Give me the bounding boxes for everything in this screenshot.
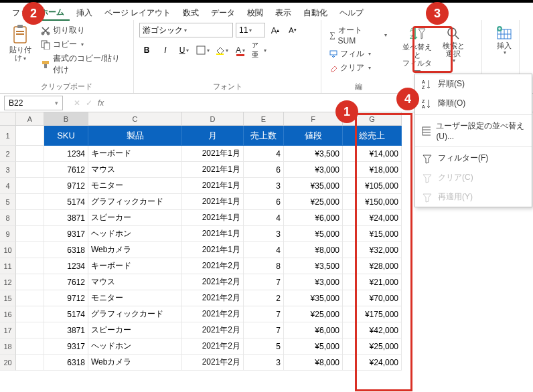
cell-units[interactable]: 8 [244,258,284,274]
enter-formula-icon[interactable]: ✓ [86,98,92,108]
row-18[interactable]: 18 [0,338,16,355]
row-1[interactable]: 1 [0,126,16,146]
cell-sku[interactable]: 5174 [44,306,88,322]
tab-formulas[interactable]: 数式 [177,6,204,20]
menu-sort-desc[interactable]: ZA 降順(O) [415,94,532,113]
row-2[interactable]: 2 [0,146,16,162]
cell-A10[interactable] [16,242,44,258]
cell-sku[interactable]: 5174 [44,194,88,210]
cell-total[interactable]: ¥24,000 [343,210,402,226]
hdr-month[interactable]: 月 [182,126,244,146]
row-3[interactable]: 3 [0,162,16,178]
cell-A3[interactable] [16,162,44,178]
cell-total[interactable]: ¥18,000 [343,162,402,178]
cell-units[interactable]: 4 [244,242,284,258]
cell-price[interactable]: ¥25,000 [284,306,343,322]
cell-price[interactable]: ¥35,000 [284,178,343,194]
cell-price[interactable]: ¥3,500 [284,258,343,274]
tab-automate[interactable]: 自動化 [298,6,333,20]
cell-sku[interactable]: 9712 [44,290,88,306]
menu-sort-asc[interactable]: AZ 昇順(S) [415,74,532,94]
cell-total[interactable]: ¥14,000 [343,146,402,162]
cell-product[interactable]: キーボード [88,258,182,274]
hdr-total[interactable]: 総売上 [343,126,402,146]
row-11[interactable]: 11 [0,258,16,274]
fill-color-button[interactable] [214,43,229,58]
cell-units[interactable]: 7 [244,322,284,338]
menu-filter[interactable]: フィルター(F) [415,149,532,168]
row-20[interactable]: 20 [0,355,16,371]
cell-price[interactable]: ¥8,000 [284,242,343,258]
cell-product[interactable]: モニター [88,178,182,194]
format-painter-button[interactable]: 書式のコピー/貼り付け [38,52,128,76]
italic-button[interactable]: I [158,43,173,58]
cell-A11[interactable] [16,258,44,274]
cell-A17[interactable] [16,322,44,338]
row-4[interactable]: 4 [0,178,16,194]
cell-month[interactable]: 2021年1月 [182,226,244,242]
cell-total[interactable]: ¥70,000 [343,290,402,306]
cell-product[interactable]: マウス [88,274,182,290]
border-button[interactable] [196,43,210,58]
font-color-button[interactable]: A [233,43,248,58]
cell-total[interactable]: ¥42,000 [343,322,402,338]
col-E[interactable]: E [244,112,284,126]
cell-product[interactable]: キーボード [88,146,182,162]
underline-button[interactable]: U [177,43,192,58]
col-B[interactable]: B [44,112,88,126]
phonetic-button[interactable]: ア亜 [252,43,266,58]
cell-total[interactable]: ¥15,000 [343,226,402,242]
cell-price[interactable]: ¥5,000 [284,226,343,242]
decrease-font-button[interactable]: A▾ [285,23,300,37]
cell-month[interactable]: 2021年1月 [182,210,244,226]
row-8[interactable]: 8 [0,210,16,226]
row-12[interactable]: 12 [0,274,16,290]
cell-sku[interactable]: 7612 [44,274,88,290]
cell-month[interactable]: 2021年2月 [182,338,244,355]
cell-month[interactable]: 2021年2月 [182,306,244,322]
cell-month[interactable]: 2021年1月 [182,194,244,210]
cell-units[interactable]: 6 [244,162,284,178]
cell-month[interactable]: 2021年2月 [182,290,244,306]
row-5[interactable]: 5 [0,194,16,210]
cell-product[interactable]: スピーカー [88,210,182,226]
col-A[interactable]: A [16,112,44,126]
cut-button[interactable]: 切り取り [38,24,128,37]
cell-sku[interactable]: 6318 [44,242,88,258]
cell-product[interactable]: Webカメラ [88,355,182,371]
row-10[interactable]: 10 [0,242,16,258]
name-box[interactable]: B22▾ [4,96,63,110]
cell-price[interactable]: ¥3,500 [284,146,343,162]
menu-custom-sort[interactable]: ユーザー設定の並べ替え(U)... [415,116,532,145]
cell-units[interactable]: 5 [244,338,284,355]
cell-price[interactable]: ¥8,000 [284,355,343,371]
cell-units[interactable]: 6 [244,194,284,210]
cell-sku[interactable]: 3871 [44,322,88,338]
cell-A4[interactable] [16,178,44,194]
increase-font-button[interactable]: A▴ [268,23,283,37]
copy-button[interactable]: コピー [38,38,128,51]
cell-total[interactable]: ¥32,000 [343,242,402,258]
col-D[interactable]: D [182,112,244,126]
font-name-select[interactable]: 游ゴシック [139,23,233,37]
cell-product[interactable]: スピーカー [88,322,182,338]
cell-product[interactable]: ヘッドホン [88,338,182,355]
cell-sku[interactable]: 9712 [44,178,88,194]
cell-A15[interactable] [16,290,44,306]
cell-sku[interactable]: 3871 [44,210,88,226]
cell-A16[interactable] [16,306,44,322]
cell-price[interactable]: ¥25,000 [284,194,343,210]
row-15[interactable]: 15 [0,290,16,306]
cell-sku[interactable]: 6318 [44,355,88,371]
row-17[interactable]: 17 [0,322,16,338]
cell-total[interactable]: ¥21,000 [343,274,402,290]
cell-price[interactable]: ¥3,000 [284,162,343,178]
cell-month[interactable]: 2021年2月 [182,355,244,371]
cell-month[interactable]: 2021年1月 [182,242,244,258]
autosum-button[interactable]: ∑オート SUM [327,24,390,46]
hdr-units[interactable]: 売上数 [244,126,284,146]
fx-icon[interactable]: fx [98,98,104,108]
cell-A12[interactable] [16,274,44,290]
cell-price[interactable]: ¥6,000 [284,322,343,338]
cell-units[interactable]: 7 [244,274,284,290]
